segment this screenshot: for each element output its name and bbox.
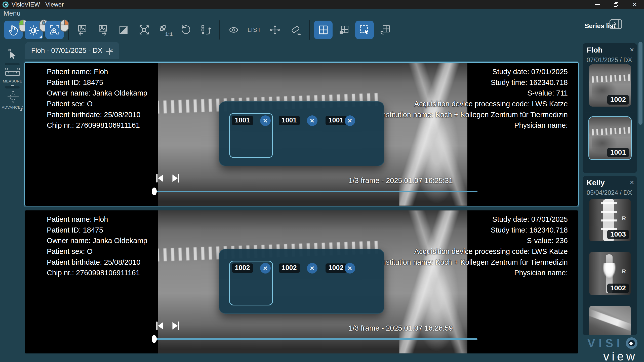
close-icon: × [633,1,637,8]
popup-thumbnail[interactable]: 1001 × [230,114,272,157]
advanced-caret-icon [19,109,22,111]
select-region-button[interactable] [355,21,374,39]
popup-thumbnail[interactable]: 1002 × [277,261,319,305]
eraser-button[interactable] [286,21,305,39]
viewport-1[interactable]: Patient name: Floh Patient ID: 18475 Own… [25,63,578,206]
thumbnail-close-button[interactable]: × [260,115,271,126]
mouse-wheel-icon [37,19,45,29]
brand-text-view: view [587,350,637,362]
study-info-overlay: Study date: 07/01/2025 Study time: 16234… [380,66,568,131]
left-tool-rail: MEASURE ADVANCED [0,42,25,362]
restore-icon [614,2,619,7]
series-group-title: Kelly [587,178,605,187]
next-frame-button[interactable] [171,321,181,331]
thumbnail-id-badge: 1002 [607,284,629,293]
previous-image-button[interactable] [73,21,92,39]
thumbnail-close-button[interactable]: × [345,115,355,126]
minimize-icon [595,4,600,5]
popup-thumbnail[interactable]: 1001 × [324,114,357,157]
series-scrollbar[interactable] [638,42,642,125]
reset-layout-icon [379,24,391,36]
thumbnail-close-button[interactable]: × [345,263,355,274]
series-thumbnail[interactable] [589,306,631,335]
viewport-2[interactable]: Patient name: Floh Patient ID: 18475 Own… [25,210,578,353]
series-thumbnail-popup: 1002 × 1002 × 1002 × [219,249,384,314]
range-measure-button[interactable] [266,21,284,39]
series-list-panel: Series list Floh × 07/01/2025 / DX 1002 … [581,9,644,362]
frame-timeline[interactable] [154,191,477,192]
thumbnail-id-badge: 1002 [232,263,253,273]
list-mode-button[interactable]: LIST [245,21,264,39]
next-image-icon [97,24,109,36]
measure-icon [5,67,20,77]
restore-button[interactable] [607,0,625,9]
popup-thumbnail[interactable]: 1002 × [230,261,272,305]
previous-image-icon [76,24,89,36]
fit-to-window-icon [138,24,150,36]
pointer-tool-icon[interactable] [7,48,17,62]
range-icon [269,24,281,36]
close-button[interactable]: × [625,0,644,9]
next-frame-button[interactable] [171,173,181,184]
collapse-panel-button[interactable] [609,19,622,30]
mouse-right-button-icon [58,19,65,29]
timeline-handle[interactable] [152,188,157,195]
flip-order-button[interactable] [197,21,215,39]
list-label: LIST [248,26,261,33]
thumbnail-close-button[interactable]: × [307,263,317,274]
patient-info-overlay: Patient name: Floh Patient ID: 18475 Own… [47,66,147,131]
toolbar-separator [309,20,310,40]
add-tab-button[interactable]: + [104,44,115,59]
thumbnail-id-badge: 1001 [279,116,300,125]
previous-frame-button[interactable] [154,321,165,331]
thumbnail-id-badge: 1001 [326,116,347,125]
thumbnail-close-button[interactable]: × [307,115,317,126]
collapse-panel-icon [609,19,622,29]
series-thumbnail[interactable]: 1002 [589,64,631,107]
measure-label: MEASURE [0,79,25,83]
grid-layout-button[interactable] [314,21,333,39]
menu-button[interactable]: Menu [4,10,21,17]
thumbnail-divider [585,301,635,301]
minimize-button[interactable] [588,0,607,9]
series-thumbnail-popup: 1001 × 1001 × 1001 × [219,101,384,166]
custom-layout-icon [338,24,350,36]
frame-navigation [154,173,181,184]
thumbnail-close-button[interactable]: × [260,263,271,274]
previous-frame-button[interactable] [154,173,165,184]
reset-layout-button[interactable] [376,21,394,39]
measure-palette[interactable]: MEASURE [0,67,25,87]
fit-to-window-button[interactable] [135,21,153,39]
actual-size-button[interactable]: 1:1 [155,21,174,39]
window-controls: × [588,0,644,9]
popup-thumbnail[interactable]: 1002 × [324,261,357,305]
rail-divider [5,63,20,65]
dropdown-indicator [39,35,42,38]
thumbnail-id-badge: 1001 [607,148,629,157]
tab-label: Floh - 07/01/2025 - DX [31,47,102,55]
invert-button[interactable] [114,21,133,39]
thumbnail-id-badge: 1002 [279,263,300,273]
next-image-button[interactable] [94,21,112,39]
series-thumbnail[interactable]: R 1002 [589,252,631,295]
show-overlays-button[interactable] [224,21,243,39]
frame-timeline[interactable] [154,338,477,340]
series-thumbnail-selected[interactable]: 1001 [589,117,631,159]
series-thumbnail[interactable]: R 1003 [589,199,631,241]
advanced-palette[interactable]: ADVANCED [0,90,25,109]
series-group-close-button[interactable]: × [630,179,634,186]
frame-navigation [154,321,181,331]
custom-layout-button[interactable] [335,21,353,39]
series-group-kelly: Kelly × 05/04/2024 / DX R 1003 R 1002 [583,176,637,335]
zoom-region-button[interactable] [45,21,64,39]
thumbnail-id-badge: 1002 [607,95,629,105]
pan-tool-button[interactable] [4,21,23,39]
thumbnail-id-badge: 1002 [326,263,347,273]
brand-text-visi: VISI [587,337,623,349]
window-level-button[interactable] [25,21,43,39]
popup-thumbnail[interactable]: 1001 × [277,114,319,157]
reset-view-button[interactable] [176,21,195,39]
brand-eye-icon [626,337,637,349]
series-group-close-button[interactable]: × [630,46,634,53]
timeline-handle[interactable] [152,335,157,343]
